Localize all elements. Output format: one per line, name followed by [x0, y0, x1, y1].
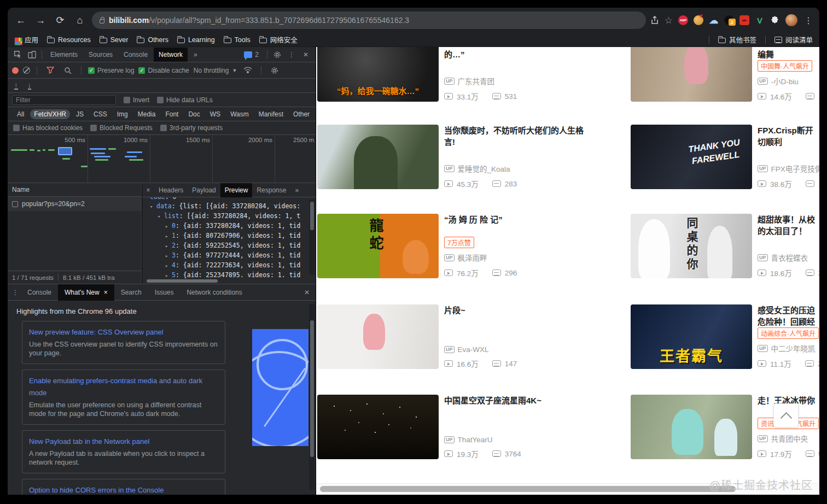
home-button[interactable]: ⌂ [72, 13, 88, 28]
video-card[interactable]: 中国星空双子座流星雨4K~ UPThatYearU 19.3万3764 [317, 395, 630, 459]
video-title[interactable]: 当你颓废时，不妨听听大佬们的人生格言! [444, 125, 630, 148]
back-button[interactable]: ← [13, 13, 28, 28]
video-title[interactable]: 片段~ [444, 304, 630, 316]
network-settings-gear-icon[interactable] [268, 65, 281, 77]
console-messages-button[interactable]: 2 [239, 48, 264, 62]
doge-extension-icon[interactable] [694, 15, 703, 25]
reading-list[interactable]: 阅读清单 [774, 34, 813, 45]
reload-button[interactable]: ⟳ [53, 13, 68, 28]
drawer-tab-issues[interactable]: Issues [148, 284, 180, 301]
tab-payload[interactable]: Payload [188, 183, 220, 197]
video-thumbnail[interactable]: “妈，给我一碗糖水…” [317, 47, 439, 102]
share-icon[interactable] [650, 16, 659, 25]
video-title[interactable]: FPX.Crisp断开切顺利 [758, 125, 819, 148]
bookmark-folder-learning[interactable]: Learning [177, 36, 215, 44]
type-ws[interactable]: WS [206, 109, 224, 119]
vue-devtools-icon[interactable]: V [755, 15, 765, 25]
video-thumbnail[interactable] [317, 304, 439, 369]
video-title[interactable]: 编舞 [758, 47, 819, 60]
whats-new-link[interactable]: Enable emulating prefers-contrast media … [29, 375, 218, 399]
uploader[interactable]: UPEva-WXL [444, 345, 517, 354]
bookmark-folder-resources[interactable]: Resources [47, 36, 91, 44]
browser-menu-icon[interactable]: ⋮ [803, 15, 814, 26]
third-party-checkbox[interactable]: 3rd-party requests [160, 124, 223, 132]
video-thumbnail[interactable]: 同桌的你 [631, 214, 752, 278]
tree-node[interactable]: ▸5: {aid: 252347895. videos: 1. tid [144, 271, 316, 278]
video-card[interactable]: 当你颓废时，不妨听听大佬们的人生格言! UP爱睡觉的_Koala 45.3万28… [317, 125, 630, 189]
name-column-header[interactable]: Name [8, 183, 141, 197]
uploader[interactable]: UP-小D-biu [758, 75, 819, 86]
cloud-extension-icon[interactable]: ☁ [709, 15, 719, 25]
red-extension-icon[interactable] [739, 15, 749, 25]
video-title[interactable]: “汤 姆 历 险 记” [444, 214, 630, 225]
tab-headers[interactable]: Headers [154, 183, 188, 197]
video-thumbnail[interactable] [631, 395, 752, 459]
devtools-close-icon[interactable]: ✕ [299, 49, 312, 61]
tree-node[interactable]: ▸4: {aid: 722273634, videos: 1, tid [144, 261, 316, 271]
uploader[interactable]: UP中二少年晓凯 [758, 343, 819, 354]
device-toolbar-icon[interactable] [25, 49, 38, 61]
invert-checkbox[interactable]: Invert [124, 96, 149, 104]
network-overview-timeline[interactable]: 500 ms 1000 ms 1500 ms 2000 ms 2500 m [8, 135, 316, 183]
tree-node[interactable]: ▸1: {aid: 807267906, videos: 1, tid [144, 231, 316, 241]
tab-preview[interactable]: Preview [220, 183, 253, 197]
whats-new-link[interactable]: New preview feature: CSS Overview panel [29, 326, 218, 338]
other-bookmarks[interactable]: 其他书签 [718, 34, 756, 45]
preview-vertical-scrollbar[interactable] [309, 200, 315, 275]
video-card[interactable]: THANK YOU FAREWELL FPX.Crisp断开切顺利 UPFPX电… [631, 125, 819, 189]
tree-node[interactable]: ▸2: {aid: 592252545, videos: 1, tid [144, 241, 316, 251]
clear-requests-icon[interactable] [23, 67, 30, 74]
page-horizontal-scrollbar[interactable] [320, 486, 736, 492]
video-card[interactable]: “妈，给我一碗糖水…” 的…” UP广东共青团 33.1万531 [317, 47, 630, 102]
tab-response[interactable]: Response [252, 183, 290, 197]
preserve-log-checkbox[interactable]: ✓Preserve log [88, 67, 134, 74]
drawer-tab-network-conditions[interactable]: Network conditions [180, 284, 248, 301]
address-bar[interactable]: bilibili.com/v/popular/all?spm_id_from=3… [92, 11, 646, 29]
video-card[interactable]: 编舞 中国舞·人气飙升 UP-小D-biu 14.6万1 [631, 47, 819, 102]
bookmark-star-icon[interactable]: ☆ [665, 15, 673, 26]
hide-data-urls-checkbox[interactable]: Hide data URLs [157, 96, 213, 104]
type-wasm[interactable]: Wasm [226, 109, 253, 119]
more-tabs-chevron[interactable]: » [189, 48, 202, 62]
tab-console[interactable]: Console [119, 48, 153, 62]
video-thumbnail[interactable]: 王者霸气 [631, 304, 752, 369]
bookmark-folder-tools[interactable]: Tools [224, 36, 251, 44]
disable-cache-checkbox[interactable]: ✓Disable cache [138, 67, 189, 74]
whats-new-link[interactable]: Option to hide CORS errors in the Consol… [29, 484, 218, 495]
drawer-tab-whats-new[interactable]: What's New× [58, 284, 114, 301]
import-har-icon[interactable]: ↑ [14, 82, 18, 90]
drawer-tab-console[interactable]: Console [21, 284, 58, 301]
network-conditions-icon[interactable] [241, 65, 254, 77]
type-fetch-xhr[interactable]: Fetch/XHR [30, 109, 70, 119]
record-button[interactable] [12, 67, 19, 74]
video-title[interactable]: 超甜故事！从校的太泪目了！ [758, 214, 819, 237]
profile-avatar[interactable] [785, 14, 797, 26]
type-js[interactable]: JS [72, 109, 88, 119]
uploader[interactable]: UP广东共青团 [444, 75, 517, 86]
video-card[interactable]: 片段~ UPEva-WXL 16.6万147 [317, 304, 630, 369]
type-img[interactable]: Img [113, 109, 132, 119]
video-thumbnail[interactable] [317, 125, 439, 189]
video-card[interactable]: 同桌的你 超甜故事！从校的太泪目了！ UP青衣程蝶衣 18.6万2 [631, 214, 819, 278]
video-thumbnail[interactable] [317, 395, 439, 459]
drawer-tab-search[interactable]: Search [114, 284, 148, 301]
type-manifest[interactable]: Manifest [255, 109, 287, 119]
preview-horizontal-scrollbar[interactable] [142, 278, 316, 284]
uploader[interactable]: UPFPX电子竞技俱 [758, 163, 819, 174]
tab-elements[interactable]: Elements [45, 48, 83, 62]
lock-icon[interactable] [100, 19, 104, 24]
blocked-requests-checkbox[interactable]: Blocked Requests [90, 124, 153, 132]
inspect-element-icon[interactable] [11, 49, 24, 61]
type-other[interactable]: Other [289, 109, 313, 119]
extensions-puzzle-icon[interactable] [770, 15, 780, 25]
type-media[interactable]: Media [134, 109, 160, 119]
drawer-close-icon[interactable]: ✕ [300, 286, 313, 298]
filter-funnel-icon[interactable] [44, 65, 57, 77]
type-font[interactable]: Font [161, 109, 182, 119]
devtools-menu-icon[interactable]: ⋮ [285, 49, 298, 61]
type-doc[interactable]: Doc [184, 109, 203, 119]
video-thumbnail[interactable] [631, 47, 752, 102]
video-thumbnail[interactable]: THANK YOU FAREWELL [631, 125, 752, 189]
drawer-menu-icon[interactable]: ⋮ [10, 289, 21, 296]
bookmark-folder-netsec[interactable]: 网络安全 [259, 34, 298, 45]
